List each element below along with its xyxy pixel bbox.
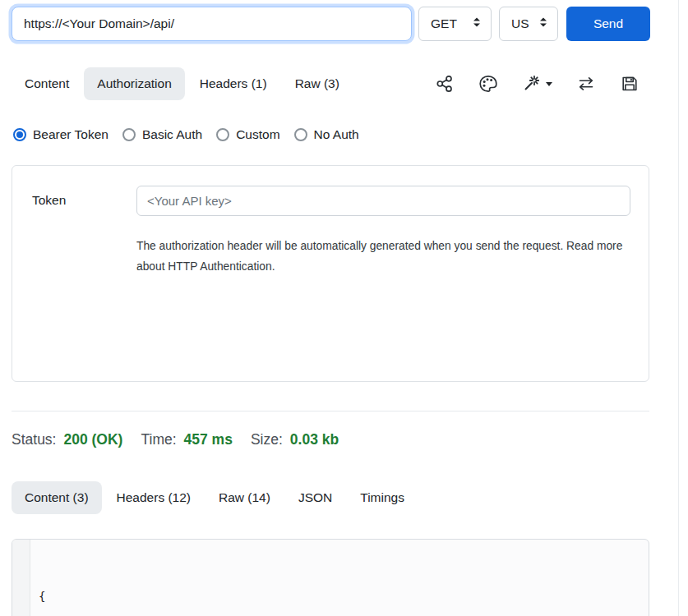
tab-raw[interactable]: Raw (3) — [282, 67, 353, 100]
radio-circle[interactable] — [13, 128, 26, 141]
token-label: Token — [32, 186, 136, 277]
resp-tab-raw[interactable]: Raw (14) — [205, 481, 284, 514]
response-body: { "message": "API running." } — [12, 539, 649, 616]
radio-custom[interactable]: Custom — [216, 127, 279, 142]
radio-label: Basic Auth — [142, 127, 202, 142]
json-line: { — [39, 586, 640, 607]
resp-tab-headers[interactable]: Headers (12) — [104, 481, 204, 514]
magic-wand-icon[interactable] — [522, 74, 552, 94]
section-divider — [12, 411, 649, 411]
auth-panel: Token The authorization header will be a… — [12, 165, 649, 382]
time-label: Time: — [141, 431, 176, 448]
status-label: Status: — [12, 431, 56, 448]
resp-tab-json[interactable]: JSON — [285, 481, 345, 514]
radio-circle[interactable] — [294, 128, 307, 141]
token-input[interactable] — [136, 186, 630, 216]
status-group: Status: 200 (OK) — [12, 431, 122, 448]
palette-icon[interactable] — [478, 74, 498, 94]
tab-authorization[interactable]: Authorization — [84, 67, 184, 100]
resp-tab-timings[interactable]: Timings — [347, 481, 418, 514]
response-summary: Status: 200 (OK) Time: 457 ms Size: 0.03… — [12, 431, 688, 448]
resp-tab-content[interactable]: Content (3) — [12, 481, 102, 514]
size-group: Size: 0.03 kb — [251, 431, 339, 448]
time-value: 457 ms — [184, 431, 233, 448]
method-select[interactable]: GET — [418, 7, 492, 41]
time-group: Time: 457 ms — [141, 431, 232, 448]
response-json: { "message": "API running." } — [30, 540, 649, 616]
tab-headers[interactable]: Headers (1) — [187, 67, 280, 100]
request-bar: GET US Send — [0, 0, 688, 41]
api-tester-page: GET US Send Content Authorization Header… — [0, 0, 688, 616]
radio-circle[interactable] — [122, 128, 136, 141]
region-select-value: US — [511, 16, 529, 31]
radio-circle[interactable] — [216, 128, 229, 141]
response-tabs: Content (3) Headers (12) Raw (14) JSON T… — [12, 481, 688, 514]
region-select[interactable]: US — [499, 7, 558, 41]
request-tabs: Content Authorization Headers (1) Raw (3… — [12, 67, 688, 100]
share-icon[interactable] — [435, 74, 455, 94]
send-button[interactable]: Send — [566, 7, 650, 41]
radio-label: Custom — [236, 127, 279, 142]
radio-bearer-token[interactable]: Bearer Token — [13, 127, 109, 142]
size-value: 0.03 kb — [290, 431, 339, 448]
radio-no-auth[interactable]: No Auth — [294, 127, 359, 142]
size-label: Size: — [251, 431, 283, 448]
code-gutter — [12, 540, 30, 616]
token-helper-text: The authorization header will be automat… — [136, 236, 626, 277]
status-value: 200 (OK) — [63, 431, 122, 448]
updown-arrows-icon — [538, 16, 549, 32]
chevron-down-icon — [546, 82, 552, 86]
radio-label: Bearer Token — [33, 127, 109, 142]
url-input[interactable] — [12, 7, 412, 41]
save-icon[interactable] — [620, 74, 640, 94]
radio-label: No Auth — [314, 127, 359, 142]
toolbar — [435, 74, 640, 94]
auth-type-options: Bearer Token Basic Auth Custom No Auth — [13, 127, 688, 142]
radio-basic-auth[interactable]: Basic Auth — [122, 127, 202, 142]
method-select-value: GET — [431, 16, 457, 31]
tab-content[interactable]: Content — [12, 67, 82, 100]
updown-arrows-icon — [471, 16, 483, 32]
swap-arrows-icon[interactable] — [576, 74, 596, 94]
page-right-divider — [678, 0, 679, 616]
